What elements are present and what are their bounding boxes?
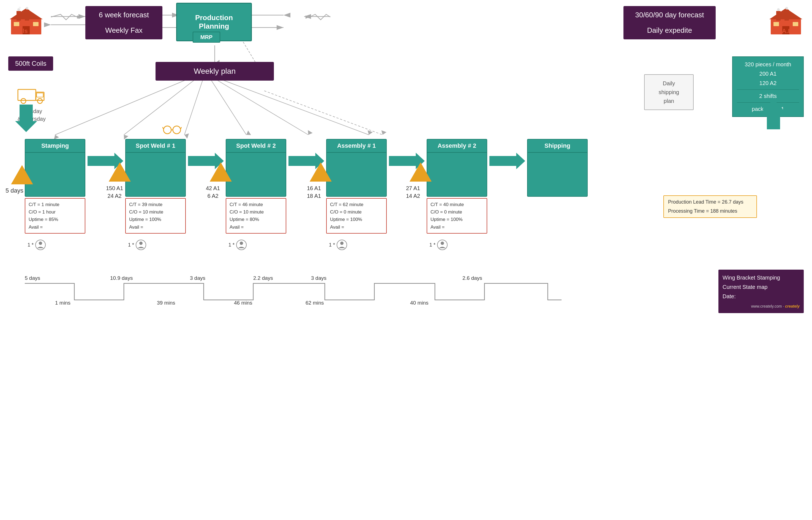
asm1-co: C/O = 0 minute xyxy=(330,208,383,216)
inv-triangle-asm1 xyxy=(310,162,332,182)
svg-line-11 xyxy=(209,77,246,135)
stamping-ct: C/T = 1 minute xyxy=(29,201,81,208)
process-stamping: Stamping xyxy=(25,139,85,197)
asm2-avail: Avail = xyxy=(431,224,483,231)
sw2-op-count: 1 * xyxy=(228,242,234,248)
process-sw2: Spot Weld # 2 xyxy=(226,139,286,197)
mrp-box: MRP xyxy=(193,32,220,43)
svg-point-44 xyxy=(37,99,42,103)
sw1-ct: C/T = 39 minute xyxy=(129,201,182,208)
svg-rect-23 xyxy=(17,11,21,21)
process-asm2: Assembly # 2 xyxy=(427,139,487,197)
stamping-info: C/T = 1 minute C/O = 1 hour Uptime = 85%… xyxy=(25,198,85,234)
asm1-body xyxy=(326,153,387,197)
svg-rect-41 xyxy=(36,92,44,100)
stamping-header: Stamping xyxy=(25,139,85,153)
svg-line-12 xyxy=(212,77,308,135)
svg-rect-42 xyxy=(36,93,43,97)
stamping-op-count: 1 * xyxy=(27,242,33,248)
wing-date: Date: xyxy=(722,292,800,301)
svg-rect-33 xyxy=(776,11,781,21)
processing-time-text: Processing Time = 188 minutes xyxy=(668,207,752,215)
sw2-avail: Avail = xyxy=(230,224,282,231)
sw1-operator: 1 * xyxy=(128,239,147,250)
asm2-ct: C/T = 40 minute xyxy=(431,201,483,208)
tl-mins-2: 46 mins xyxy=(234,300,252,306)
svg-point-47 xyxy=(173,126,181,134)
sw2-operator: 1 * xyxy=(228,239,247,250)
sw2-header: Spot Weld # 2 xyxy=(226,139,286,153)
stamping-co: C/O = 1 hour xyxy=(29,208,81,216)
svg-point-43 xyxy=(21,99,26,103)
glasses-icon xyxy=(162,124,182,136)
tl-days-0: 5 days xyxy=(25,275,40,281)
inv-triangle-asm2 xyxy=(410,162,432,182)
sw1-op-count: 1 * xyxy=(128,242,134,248)
svg-rect-34 xyxy=(785,10,789,21)
customer-a1: 200 A1 xyxy=(737,69,799,78)
asm1-info: C/T = 62 minute C/O = 0 minute Uptime = … xyxy=(326,198,387,234)
supplier-left-label: Coils r us xyxy=(9,27,45,35)
sw1-co: C/O = 10 minute xyxy=(129,208,182,216)
sw2-inv-label: 42 A1 6 A2 xyxy=(206,184,220,200)
svg-point-46 xyxy=(163,126,171,134)
svg-line-49 xyxy=(162,127,163,129)
asm1-op-count: 1 * xyxy=(329,242,335,248)
tl-mins-3: 62 mins xyxy=(306,300,324,306)
asm1-ct: C/T = 62 minute xyxy=(330,201,383,208)
sw1-avail: Avail = xyxy=(129,224,182,231)
svg-rect-26 xyxy=(14,22,19,26)
svg-line-9 xyxy=(124,77,198,135)
asm2-inv-line1: 27 A1 xyxy=(406,184,420,192)
sw1-body xyxy=(125,153,186,197)
stamping-days: 5 days xyxy=(5,187,23,194)
process-sw1: Spot Weld # 1 xyxy=(125,139,186,197)
asm2-inv-line2: 14 A2 xyxy=(406,192,420,200)
svg-point-52 xyxy=(39,241,42,245)
tl-days-5: 2.6 days xyxy=(462,275,482,281)
stamping-uptime: Uptime = 85% xyxy=(29,216,81,223)
shipping-body xyxy=(527,153,588,197)
shipping-header: Shipping xyxy=(527,139,588,153)
svg-marker-19 xyxy=(306,16,310,19)
lead-time-box: Production Lead Time = 26.7 days Process… xyxy=(663,196,757,218)
asm2-op-count: 1 * xyxy=(429,242,435,248)
tl-days-3: 2.2 days xyxy=(253,275,273,281)
svg-point-56 xyxy=(240,241,243,245)
svg-line-13 xyxy=(215,77,369,135)
asm1-avail: Avail = xyxy=(330,224,383,231)
pp-label: Production Planning xyxy=(181,14,247,30)
sw1-uptime: Uptime = 100% xyxy=(129,216,182,223)
daily-expedite-box: Daily expedite xyxy=(624,22,716,40)
wing-info-box: Wing Bracket Stamping Current State map … xyxy=(718,270,804,313)
sw2-uptime: Uptime = 80% xyxy=(230,216,282,223)
asm2-inv-label: 27 A1 14 A2 xyxy=(406,184,420,200)
tl-mins-4: 40 mins xyxy=(410,300,429,306)
asm1-operator: 1 * xyxy=(329,239,347,250)
sw2-info: C/T = 46 minute C/O = 10 minute Uptime =… xyxy=(226,198,286,234)
tl-days-4: 3 days xyxy=(311,275,326,281)
wing-title: Wing Bracket Stamping xyxy=(722,273,800,282)
asm2-co: C/O = 0 minute xyxy=(431,208,483,216)
daily-shipping-box: Daily shipping plan xyxy=(644,74,694,110)
sw2-inv-line1: 42 A1 xyxy=(206,184,220,192)
sw2-ct: C/T = 46 minute xyxy=(230,201,282,208)
sw1-inv-line2: 24 A2 xyxy=(106,192,123,200)
svg-point-39 xyxy=(785,7,788,10)
asm1-header: Assembly # 1 xyxy=(326,139,387,153)
inv-triangle-sw2 xyxy=(210,162,232,182)
customer-a2: 120 A2 xyxy=(737,78,799,88)
svg-point-29 xyxy=(26,7,28,10)
svg-rect-37 xyxy=(793,22,798,26)
sw2-co: C/O = 10 minute xyxy=(230,208,282,216)
stamping-avail: Avail = xyxy=(29,224,81,231)
sw1-inv-line1: 150 A1 xyxy=(106,184,123,192)
svg-marker-18 xyxy=(77,16,81,19)
wing-subtitle: Current State map xyxy=(722,282,800,292)
inv-triangle-sw1 xyxy=(109,162,131,182)
weekly-plan-box: Weekly plan xyxy=(155,62,274,81)
sw2-inv-line2: 6 A2 xyxy=(206,192,220,200)
asm2-body xyxy=(427,153,487,197)
svg-line-10 xyxy=(184,77,204,135)
asm2-header: Assembly # 2 xyxy=(427,139,487,153)
